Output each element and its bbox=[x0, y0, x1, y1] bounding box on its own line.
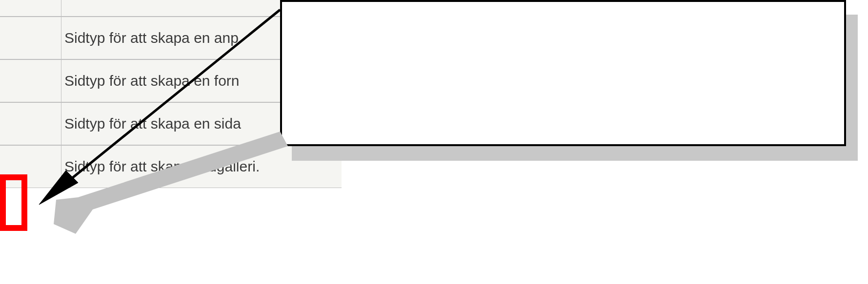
row-label: Sidtyp för att skapa bildgalleri. bbox=[61, 158, 260, 175]
row-label: Sidtyp för att skapa en anp bbox=[61, 30, 239, 46]
row-label: Sidtyp för att skapa en sida bbox=[61, 115, 241, 132]
row-left-cell bbox=[0, 60, 61, 102]
row-left-cell bbox=[0, 0, 61, 16]
callout-box bbox=[280, 0, 846, 146]
row-label: Sidtyp för att skapa en forn bbox=[61, 73, 240, 89]
highlight-marker bbox=[0, 174, 27, 231]
row-left-cell bbox=[0, 103, 61, 145]
list-row[interactable]: Sidtyp för att skapa bildgalleri. bbox=[0, 145, 342, 188]
row-left-cell bbox=[0, 17, 61, 59]
